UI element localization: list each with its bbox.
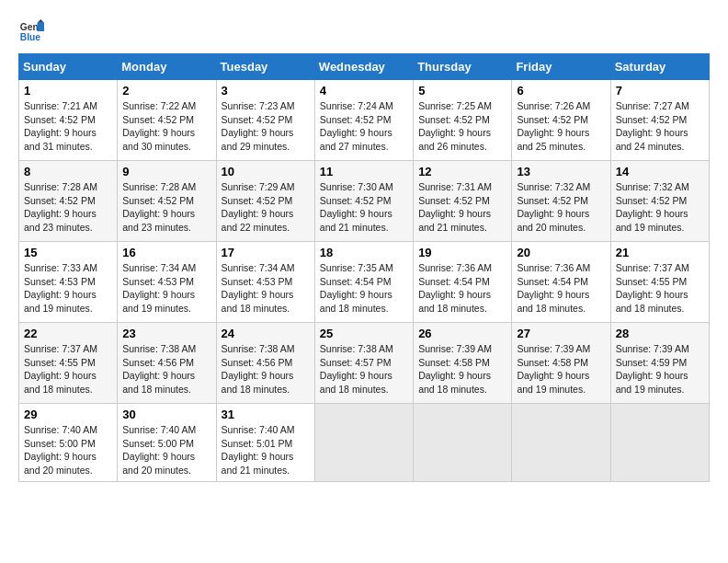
col-header-friday: Friday bbox=[512, 54, 610, 80]
calendar-cell: 20 Sunrise: 7:36 AMSunset: 4:54 PMDaylig… bbox=[512, 242, 610, 323]
cell-details: Sunrise: 7:24 AMSunset: 4:52 PMDaylight:… bbox=[320, 100, 393, 152]
cell-details: Sunrise: 7:37 AMSunset: 4:55 PMDaylight:… bbox=[616, 262, 689, 314]
calendar-cell: 15 Sunrise: 7:33 AMSunset: 4:53 PMDaylig… bbox=[19, 242, 118, 323]
cell-details: Sunrise: 7:36 AMSunset: 4:54 PMDaylight:… bbox=[418, 262, 492, 314]
cell-details: Sunrise: 7:38 AMSunset: 4:56 PMDaylight:… bbox=[122, 343, 196, 395]
cell-details: Sunrise: 7:39 AMSunset: 4:58 PMDaylight:… bbox=[418, 343, 492, 395]
day-number: 29 bbox=[24, 408, 112, 421]
cell-details: Sunrise: 7:28 AMSunset: 4:52 PMDaylight:… bbox=[122, 181, 196, 233]
calendar-cell: 8 Sunrise: 7:28 AMSunset: 4:52 PMDayligh… bbox=[19, 161, 118, 242]
calendar-cell: 22 Sunrise: 7:37 AMSunset: 4:55 PMDaylig… bbox=[19, 323, 118, 404]
calendar-cell: 17 Sunrise: 7:34 AMSunset: 4:53 PMDaylig… bbox=[216, 242, 314, 323]
calendar-cell: 11 Sunrise: 7:30 AMSunset: 4:52 PMDaylig… bbox=[314, 161, 413, 242]
day-number: 19 bbox=[418, 246, 506, 259]
cell-details: Sunrise: 7:35 AMSunset: 4:54 PMDaylight:… bbox=[320, 262, 393, 314]
day-number: 27 bbox=[517, 327, 605, 340]
logo: General Blue bbox=[18, 18, 48, 44]
cell-details: Sunrise: 7:33 AMSunset: 4:53 PMDaylight:… bbox=[24, 262, 97, 314]
calendar-cell: 23 Sunrise: 7:38 AMSunset: 4:56 PMDaylig… bbox=[118, 323, 216, 404]
cell-details: Sunrise: 7:27 AMSunset: 4:52 PMDaylight:… bbox=[616, 100, 689, 152]
svg-text:Blue: Blue bbox=[20, 32, 41, 42]
day-number: 28 bbox=[616, 327, 704, 340]
day-number: 24 bbox=[222, 327, 310, 340]
calendar: SundayMondayTuesdayWednesdayThursdayFrid… bbox=[18, 53, 710, 482]
calendar-cell: 27 Sunrise: 7:39 AMSunset: 4:58 PMDaylig… bbox=[512, 323, 610, 404]
calendar-cell: 18 Sunrise: 7:35 AMSunset: 4:54 PMDaylig… bbox=[314, 242, 413, 323]
calendar-cell: 9 Sunrise: 7:28 AMSunset: 4:52 PMDayligh… bbox=[118, 161, 216, 242]
calendar-cell: 3 Sunrise: 7:23 AMSunset: 4:52 PMDayligh… bbox=[216, 80, 314, 161]
cell-details: Sunrise: 7:29 AMSunset: 4:52 PMDaylight:… bbox=[222, 181, 295, 233]
cell-details: Sunrise: 7:37 AMSunset: 4:55 PMDaylight:… bbox=[24, 343, 97, 395]
calendar-cell: 30 Sunrise: 7:40 AMSunset: 5:00 PMDaylig… bbox=[118, 404, 216, 482]
day-number: 1 bbox=[24, 84, 112, 98]
cell-details: Sunrise: 7:39 AMSunset: 4:59 PMDaylight:… bbox=[616, 343, 689, 395]
day-number: 18 bbox=[320, 246, 408, 259]
day-number: 13 bbox=[517, 165, 605, 178]
col-header-wednesday: Wednesday bbox=[314, 54, 413, 80]
day-number: 5 bbox=[418, 84, 506, 98]
day-number: 2 bbox=[122, 84, 210, 98]
cell-details: Sunrise: 7:32 AMSunset: 4:52 PMDaylight:… bbox=[517, 181, 590, 233]
calendar-cell: 4 Sunrise: 7:24 AMSunset: 4:52 PMDayligh… bbox=[314, 80, 413, 161]
calendar-header-row: SundayMondayTuesdayWednesdayThursdayFrid… bbox=[19, 54, 710, 80]
cell-details: Sunrise: 7:30 AMSunset: 4:52 PMDaylight:… bbox=[320, 181, 393, 233]
day-number: 21 bbox=[616, 246, 704, 259]
calendar-cell: 10 Sunrise: 7:29 AMSunset: 4:52 PMDaylig… bbox=[216, 161, 314, 242]
cell-details: Sunrise: 7:39 AMSunset: 4:58 PMDaylight:… bbox=[517, 343, 590, 395]
day-number: 31 bbox=[222, 408, 310, 421]
header: General Blue bbox=[18, 18, 710, 44]
calendar-week-row: 1 Sunrise: 7:21 AMSunset: 4:52 PMDayligh… bbox=[19, 80, 710, 161]
day-number: 9 bbox=[122, 165, 210, 178]
day-number: 11 bbox=[320, 165, 408, 178]
calendar-cell: 21 Sunrise: 7:37 AMSunset: 4:55 PMDaylig… bbox=[610, 242, 709, 323]
cell-details: Sunrise: 7:21 AMSunset: 4:52 PMDaylight:… bbox=[24, 100, 97, 152]
day-number: 16 bbox=[122, 246, 210, 259]
calendar-week-row: 8 Sunrise: 7:28 AMSunset: 4:52 PMDayligh… bbox=[19, 161, 710, 242]
cell-details: Sunrise: 7:40 AMSunset: 5:01 PMDaylight:… bbox=[222, 424, 295, 476]
cell-details: Sunrise: 7:38 AMSunset: 4:57 PMDaylight:… bbox=[320, 343, 393, 395]
calendar-cell: 28 Sunrise: 7:39 AMSunset: 4:59 PMDaylig… bbox=[610, 323, 709, 404]
cell-details: Sunrise: 7:31 AMSunset: 4:52 PMDaylight:… bbox=[418, 181, 492, 233]
day-number: 15 bbox=[24, 246, 112, 259]
calendar-cell: 2 Sunrise: 7:22 AMSunset: 4:52 PMDayligh… bbox=[118, 80, 216, 161]
calendar-cell: 31 Sunrise: 7:40 AMSunset: 5:01 PMDaylig… bbox=[216, 404, 314, 482]
col-header-monday: Monday bbox=[118, 54, 216, 80]
calendar-cell bbox=[414, 404, 512, 482]
cell-details: Sunrise: 7:25 AMSunset: 4:52 PMDaylight:… bbox=[418, 100, 492, 152]
cell-details: Sunrise: 7:23 AMSunset: 4:52 PMDaylight:… bbox=[222, 100, 295, 152]
calendar-cell: 19 Sunrise: 7:36 AMSunset: 4:54 PMDaylig… bbox=[414, 242, 512, 323]
calendar-cell bbox=[610, 404, 709, 482]
day-number: 10 bbox=[222, 165, 310, 178]
day-number: 25 bbox=[320, 327, 408, 340]
cell-details: Sunrise: 7:34 AMSunset: 4:53 PMDaylight:… bbox=[222, 262, 295, 314]
day-number: 4 bbox=[320, 84, 408, 98]
calendar-cell: 6 Sunrise: 7:26 AMSunset: 4:52 PMDayligh… bbox=[512, 80, 610, 161]
day-number: 12 bbox=[418, 165, 506, 178]
cell-details: Sunrise: 7:38 AMSunset: 4:56 PMDaylight:… bbox=[222, 343, 295, 395]
calendar-cell: 24 Sunrise: 7:38 AMSunset: 4:56 PMDaylig… bbox=[216, 323, 314, 404]
day-number: 17 bbox=[222, 246, 310, 259]
calendar-cell: 25 Sunrise: 7:38 AMSunset: 4:57 PMDaylig… bbox=[314, 323, 413, 404]
calendar-cell bbox=[512, 404, 610, 482]
cell-details: Sunrise: 7:28 AMSunset: 4:52 PMDaylight:… bbox=[24, 181, 97, 233]
cell-details: Sunrise: 7:36 AMSunset: 4:54 PMDaylight:… bbox=[517, 262, 590, 314]
calendar-cell: 7 Sunrise: 7:27 AMSunset: 4:52 PMDayligh… bbox=[610, 80, 709, 161]
calendar-cell: 14 Sunrise: 7:32 AMSunset: 4:52 PMDaylig… bbox=[610, 161, 709, 242]
calendar-cell: 5 Sunrise: 7:25 AMSunset: 4:52 PMDayligh… bbox=[414, 80, 512, 161]
day-number: 22 bbox=[24, 327, 112, 340]
calendar-cell: 26 Sunrise: 7:39 AMSunset: 4:58 PMDaylig… bbox=[414, 323, 512, 404]
calendar-cell: 13 Sunrise: 7:32 AMSunset: 4:52 PMDaylig… bbox=[512, 161, 610, 242]
col-header-sunday: Sunday bbox=[19, 54, 118, 80]
calendar-week-row: 29 Sunrise: 7:40 AMSunset: 5:00 PMDaylig… bbox=[19, 404, 710, 482]
svg-marker-3 bbox=[38, 19, 44, 23]
col-header-thursday: Thursday bbox=[414, 54, 512, 80]
calendar-cell: 1 Sunrise: 7:21 AMSunset: 4:52 PMDayligh… bbox=[19, 80, 118, 161]
cell-details: Sunrise: 7:40 AMSunset: 5:00 PMDaylight:… bbox=[24, 424, 97, 476]
col-header-saturday: Saturday bbox=[610, 54, 709, 80]
calendar-week-row: 22 Sunrise: 7:37 AMSunset: 4:55 PMDaylig… bbox=[19, 323, 710, 404]
day-number: 23 bbox=[122, 327, 210, 340]
calendar-cell: 29 Sunrise: 7:40 AMSunset: 5:00 PMDaylig… bbox=[19, 404, 118, 482]
day-number: 20 bbox=[517, 246, 605, 259]
cell-details: Sunrise: 7:34 AMSunset: 4:53 PMDaylight:… bbox=[122, 262, 196, 314]
svg-marker-2 bbox=[38, 23, 44, 31]
